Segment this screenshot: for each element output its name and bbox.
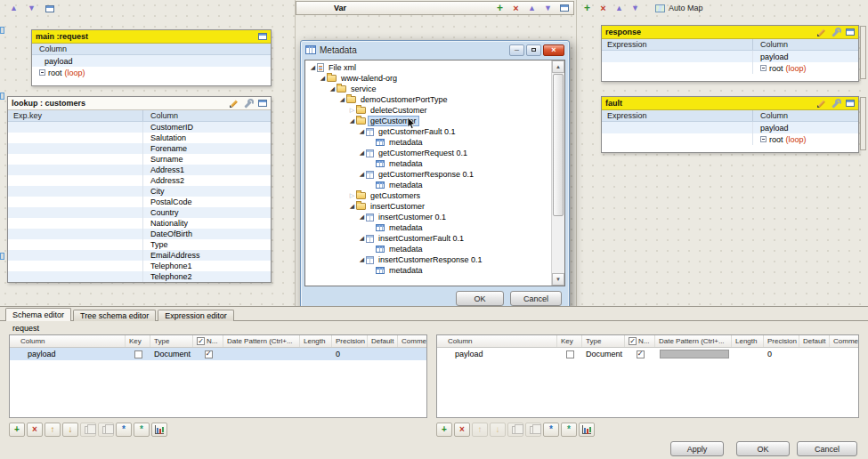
main-request-header[interactable]: main :request xyxy=(32,30,271,44)
output-move-down-icon[interactable]: ▼ xyxy=(629,2,642,14)
nullable-all-checkbox[interactable]: ✓ xyxy=(629,337,637,345)
minimize-table-icon[interactable] xyxy=(846,28,855,36)
var-move-down-icon[interactable]: ▼ xyxy=(541,2,555,14)
tree-item[interactable]: ▷deleteCustomer xyxy=(305,105,551,116)
expression-key-cell[interactable] xyxy=(8,175,143,186)
comment-cell[interactable] xyxy=(830,348,859,360)
remove-output-icon[interactable]: × xyxy=(596,2,610,14)
root-row[interactable]: root (loop) xyxy=(602,133,858,145)
payload-row[interactable]: payload xyxy=(32,55,271,67)
tree-item[interactable]: ◢demoCustomerPortType xyxy=(305,94,551,105)
minimize-table-icon[interactable] xyxy=(258,33,267,40)
table-settings-icon[interactable] xyxy=(244,99,254,109)
dialog-titlebar[interactable]: Metadata ─ × xyxy=(301,41,569,59)
column-name-cell[interactable]: CustomerID xyxy=(143,123,193,132)
tree-item[interactable]: ◢www-talend-org xyxy=(305,73,551,84)
collapse-node-icon[interactable] xyxy=(39,69,45,76)
length-cell[interactable] xyxy=(300,348,332,360)
lookup-row[interactable]: PostalCode xyxy=(8,197,271,207)
tree-expander-icon[interactable]: ◢ xyxy=(358,126,366,137)
add-column-button[interactable]: + xyxy=(436,423,452,437)
expression-key-cell[interactable] xyxy=(8,122,143,133)
schema-column-cell[interactable]: payload xyxy=(437,348,557,360)
tree-item[interactable]: metadata xyxy=(305,180,551,190)
payload-row[interactable]: payload xyxy=(602,122,858,133)
minimize-table-icon[interactable] xyxy=(846,100,855,107)
column-name-cell[interactable]: Salutation xyxy=(143,133,186,142)
dialog-cancel-button[interactable]: Cancel xyxy=(510,291,562,306)
expression-key-cell[interactable] xyxy=(8,154,143,165)
root-row[interactable]: root (loop) xyxy=(602,62,858,74)
tree-expander-icon[interactable]: ◢ xyxy=(319,73,327,84)
apply-button[interactable]: Apply xyxy=(670,441,724,456)
var-move-up-icon[interactable]: ▲ xyxy=(525,2,539,14)
column-name-cell[interactable]: Country xyxy=(143,208,179,217)
add-column-button[interactable]: + xyxy=(9,423,25,437)
date-pattern-cell[interactable] xyxy=(223,348,300,360)
columns-view-button[interactable] xyxy=(579,423,595,437)
key-cell[interactable] xyxy=(126,348,150,360)
tab-expression-editor[interactable]: Expression editor xyxy=(158,310,234,321)
tree-item[interactable]: ◢service xyxy=(305,84,551,94)
minimize-var-icon[interactable] xyxy=(557,2,571,14)
add-var-icon[interactable]: + xyxy=(493,2,507,14)
fault-scrollbar[interactable] xyxy=(860,97,866,150)
lookup-header[interactable]: lookup : customers xyxy=(8,97,271,110)
remove-column-button[interactable]: × xyxy=(27,423,43,437)
schema-column-cell[interactable]: payload xyxy=(10,348,126,360)
nullable-cell[interactable]: ✓ xyxy=(193,348,223,360)
date-pattern-cell[interactable] xyxy=(655,348,732,360)
schema-row[interactable]: payloadDocument✓0 xyxy=(437,348,858,360)
tree-item[interactable]: metadata xyxy=(305,244,551,254)
tree-expander-icon[interactable]: ◢ xyxy=(348,116,356,126)
lookup-row[interactable]: Address2 xyxy=(8,175,271,186)
collapse-node-icon[interactable] xyxy=(760,65,767,71)
tab-tree-schema-editor[interactable]: Tree schema editor xyxy=(73,310,156,321)
lookup-row[interactable]: EmailAddress xyxy=(8,250,271,261)
schema-type-cell[interactable]: Document xyxy=(582,348,625,360)
scroll-down-button[interactable]: ▼ xyxy=(552,273,564,286)
minimize-tables-icon[interactable] xyxy=(43,3,56,15)
comment-cell[interactable] xyxy=(398,348,427,360)
column-name-cell[interactable]: Surname xyxy=(143,155,183,164)
table-settings-icon[interactable] xyxy=(831,99,841,109)
import-schema-button[interactable]: * xyxy=(543,423,559,437)
tree-item[interactable]: ◢getCustomerFault 0.1 xyxy=(305,126,551,137)
auto-map-button[interactable]: Auto Map xyxy=(655,4,703,12)
expression-cell[interactable] xyxy=(602,122,753,133)
tree-expander-icon[interactable]: ◢ xyxy=(358,233,366,244)
nullable-checkbox[interactable]: ✓ xyxy=(205,350,213,358)
tree-item[interactable]: ◢insertCustomer xyxy=(305,201,551,212)
collapse-node-icon[interactable] xyxy=(760,136,767,142)
output-move-up-icon[interactable]: ▲ xyxy=(612,2,626,14)
tree-item[interactable]: ◢File xml xyxy=(305,62,551,73)
tree-expander-icon[interactable]: ◢ xyxy=(309,62,317,73)
remove-column-button[interactable]: × xyxy=(454,423,470,437)
expression-key-cell[interactable] xyxy=(8,271,143,282)
lookup-row[interactable]: Salutation xyxy=(8,133,271,143)
tree-item[interactable]: ◢insertCustomerResponse 0.1 xyxy=(305,254,551,265)
move-down-icon[interactable]: ▼ xyxy=(25,3,38,15)
response-scrollbar[interactable] xyxy=(860,26,866,79)
column-name-cell[interactable]: Type xyxy=(143,240,168,249)
tree-expander-icon[interactable]: ◢ xyxy=(358,148,366,158)
nullable-cell[interactable]: ✓ xyxy=(625,348,655,360)
ok-button[interactable]: OK xyxy=(736,441,790,456)
tree-item[interactable]: ◢getCustomerResponse 0.1 xyxy=(305,169,551,180)
precision-cell[interactable]: 0 xyxy=(332,348,368,360)
tree-item[interactable]: ◢getCustomerRequest 0.1 xyxy=(305,148,551,158)
expression-cell[interactable] xyxy=(602,133,753,145)
expression-key-cell[interactable] xyxy=(8,197,143,207)
lookup-row[interactable]: Type xyxy=(8,239,271,250)
scroll-up-button[interactable]: ▲ xyxy=(552,60,564,73)
tree-item[interactable]: ◢insertCustomerFault 0.1 xyxy=(305,233,551,244)
expression-cell[interactable] xyxy=(602,62,753,74)
tab-schema-editor[interactable]: Schema editor xyxy=(5,308,71,321)
key-cell[interactable] xyxy=(557,348,582,360)
expression-cell[interactable] xyxy=(602,51,753,62)
columns-view-button[interactable] xyxy=(151,423,167,437)
tree-item[interactable]: ◢insertCustomer 0.1 xyxy=(305,212,551,222)
expression-key-cell[interactable] xyxy=(8,186,143,197)
lookup-row[interactable]: Telephone2 xyxy=(8,271,271,282)
column-name-cell[interactable]: Forename xyxy=(143,144,187,153)
